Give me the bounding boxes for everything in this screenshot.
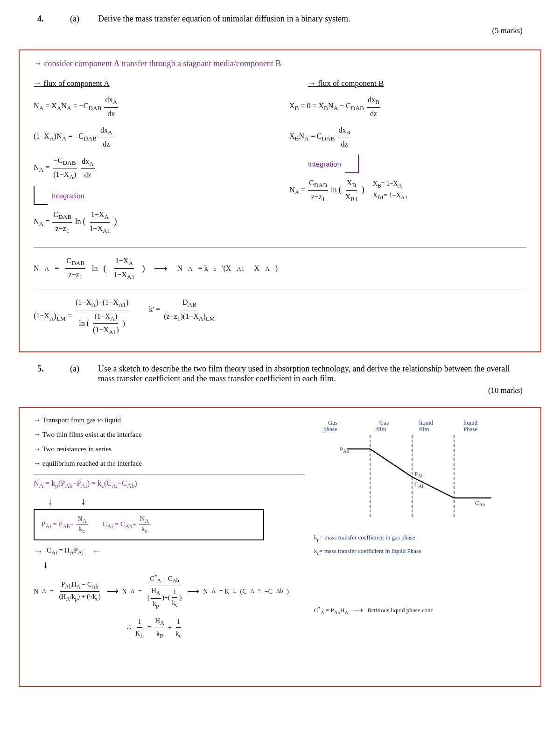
svg-text:PAi: PAi [414,470,422,478]
resistance-eq: ∴ 1KL = HAkP + 1kc [127,615,305,641]
q5-text: Use a sketch to describe the two film th… [98,364,523,384]
svg-text:phase: phase [323,426,337,433]
svg-text:CAb: CAb [475,499,485,507]
answer-box-1: → consider component A transfer through … [19,49,541,352]
divider-1 [34,247,526,248]
eq-na-3: NA = −CDAB(1−XA) dxAdz [34,154,271,182]
q4-marks: (5 marks) [37,26,523,35]
answer2-layout: → Transport from gas to liquid → Two thi… [34,416,526,646]
bullet2: → Two thin films exist at the interface [34,431,305,439]
svg-text:Phase: Phase [463,426,478,433]
q5-part: (a) [70,364,84,374]
left-content: → Transport from gas to liquid → Two thi… [34,416,305,646]
bullet3: → Two resistances in series [34,445,305,453]
eq-na-2: (1−XA)NA = −CDAB dxAdz [34,124,271,150]
svg-text:film: film [419,426,429,433]
na-main-eq: NA = kp(PAb−PAi) = kc(CAi−CAb) [34,477,305,491]
two-col-flux: → flux of component A NA = XANA = −CDAB … [34,79,526,240]
film-diagram: Gas phase Gas film liquid film liquid Ph… [314,416,496,528]
divider-3 [34,474,305,475]
bullet4: → equilibrium reached at the interface [34,460,305,468]
eq-na-4: NA = CDABz−z1 ln ( 1−XA1−XA1 ) [34,209,271,236]
na-final-1: NA = PAbHA − CAb (HA/kp) + (¹/kc) ⟶ NA =… [34,573,305,610]
svg-text:liquid: liquid [419,419,434,426]
svg-text:Gas: Gas [328,419,337,426]
answer-box-2: → Transport from gas to liquid → Two thi… [19,407,541,687]
q4-number: 4. [37,14,56,24]
eq-lm: (1−XA)LM = (1−XA)−(1−XA1) ln ( (1−XA)(1−… [34,296,130,337]
consider-line: → consider component A transfer through … [34,59,526,69]
svg-text:PAb: PAb [340,446,349,454]
kp-def: kp= mass transfer coefficient in gas pha… [314,533,526,544]
cai-eq: CAi = CAb+ NAkc [103,515,151,535]
eq-kprime: k' = DAB (z−z1)(1−XA)LM [149,296,217,323]
eq-nb-3: NA = CDABz−z1 ln ( XBXB1 ) XB= 1−XA XB1=… [289,177,526,204]
svg-text:film: film [376,426,386,433]
bullet1: → Transport from gas to liquid [34,416,305,424]
question-5-section: 5. (a) Use a sketch to describe the two … [0,352,560,407]
pai-cai-box: PAi = PAb− NAkc CAi = CAb+ NAkc [34,509,264,540]
q4-text: Derive the mass transfer equation of uni… [98,14,523,24]
eq-nb-2: XBNA = CDAB dxBdz [289,124,526,150]
svg-text:liquid: liquid [463,419,478,426]
question-4-section: 4. (a) Derive the mass transfer equation… [0,0,560,49]
integration-right: Integration [308,154,526,173]
down-arrow-2: ↓ [43,559,305,571]
flux-a-col: → flux of component A NA = XANA = −CDAB … [34,79,280,240]
q5-marks: (10 marks) [37,386,523,395]
eq-nb-1: XB = 0 = XBNA − CDAB dxBdz [289,94,526,119]
right-content: Gas phase Gas film liquid film liquid Ph… [314,416,526,646]
down-arrows: ↓ ↓ [48,495,305,507]
q5-number: 5. [37,364,56,374]
flux-a-header: → flux of component A [34,79,271,88]
divider-2 [34,289,526,289]
eq-combined: NA = CDABz−z1 ln ( 1−XA1−XA1 ) ⟶ NA = kc… [34,255,526,282]
integration-left: Integration [34,186,271,205]
flux-b-col: → flux of component B XB = 0 = XBNA − CD… [280,79,526,240]
fictitious-eq: C*A = PAbHA ⟶ fictitious liquid phase co… [314,604,526,616]
kc-def: kc= mass transfer coefficient in liquid … [314,546,526,557]
henry-line: → CAi = HAPAi ← [34,546,305,557]
svg-text:Gas: Gas [379,419,389,426]
bottom-eqs: (1−XA)LM = (1−XA)−(1−XA1) ln ( (1−XA)(1−… [34,296,526,342]
pai-eq: PAi = PAb− NAkc [42,515,89,535]
eq-na-1: NA = XANA = −CDAB dxAdx [34,94,271,119]
flux-b-header: → flux of component B [308,79,526,88]
q4-part: (a) [70,14,84,24]
